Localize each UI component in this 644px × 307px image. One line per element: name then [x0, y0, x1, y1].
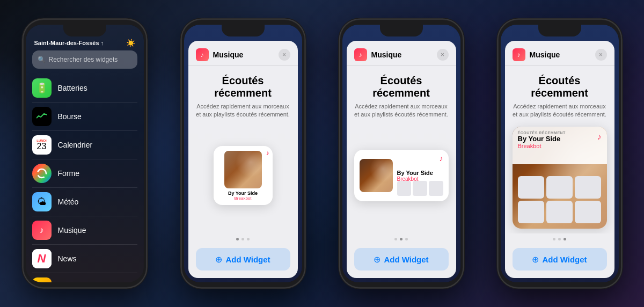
- list-item[interactable]: Bourse: [32, 103, 137, 131]
- widget-list: 🔋 Batteries Bourse LUNDI 23: [26, 74, 144, 282]
- grid-cell: [397, 181, 412, 196]
- widget-item-label: Bourse: [58, 112, 82, 121]
- weather-icon: ☀️: [126, 39, 135, 47]
- list-item[interactable]: 📝 Notes: [32, 273, 137, 282]
- grid-cell-large: [546, 201, 573, 223]
- music-widget-modal-small: ♪ Musique × Écoutés récemment Accédez ra…: [188, 41, 298, 278]
- widget-item-label: News: [58, 254, 77, 263]
- add-widget-button-3[interactable]: ⊕ Add Widget: [513, 248, 607, 271]
- dot-1: [394, 238, 397, 240]
- modal-header: ♪ Musique ×: [188, 41, 298, 66]
- list-item[interactable]: 🔋 Batteries: [32, 74, 137, 103]
- grid-cell: [413, 181, 427, 196]
- widget-preview-small: ♪ By Your Side Breakbot: [196, 127, 290, 225]
- list-item[interactable]: LUNDI 23 Calendrier: [32, 131, 137, 159]
- widget-preview-medium: By Your Side Breakbot ♪: [354, 127, 449, 225]
- music-note-icon-3: ♪: [597, 132, 602, 142]
- search-placeholder-text: Rechercher des widgets: [49, 56, 118, 63]
- modal-app-name: Musique: [213, 50, 279, 59]
- notch: [63, 25, 106, 36]
- search-bar[interactable]: 🔍 Rechercher des widgets: [32, 50, 137, 69]
- modal-app-name-2: Musique: [371, 50, 437, 59]
- music-widget-modal-medium: ♪ Musique × Écoutés récemment Accédez ra…: [347, 41, 456, 278]
- modal-subtitle-2: Accédez rapidement aux morceaux et aux p…: [354, 103, 449, 119]
- music-app-icon-2: ♪: [354, 48, 367, 61]
- track-info-medium: By Your Side Breakbot: [397, 170, 443, 182]
- modal-subtitle-3: Accédez rapidement aux morceaux et aux p…: [513, 103, 607, 119]
- status-bar: Saint-Maur-des-Fossés ↑ ☀️: [26, 39, 144, 47]
- add-icon-2: ⊕: [374, 254, 380, 265]
- dot-3: [564, 238, 566, 240]
- add-icon: ⊕: [215, 254, 222, 265]
- grid-cell-large: [518, 176, 544, 199]
- list-item[interactable]: Forme: [32, 159, 137, 188]
- notch-4: [538, 25, 581, 36]
- musique-icon: ♪: [32, 221, 52, 240]
- modal-app-name-3: Musique: [530, 50, 595, 59]
- dot-2: [241, 238, 244, 240]
- modal-body-3: Écoutés récemment Accédez rapidement aux…: [505, 66, 614, 233]
- phone-3-screen: ♪ Musique × Écoutés récemment Accédez ra…: [342, 25, 460, 282]
- meteo-icon: 🌤: [32, 192, 52, 211]
- modal-header-3: ♪ Musique ×: [505, 41, 614, 66]
- ecouts-label: ÉCOUTÉS RÉCEMMENT: [518, 131, 602, 135]
- music-widget-modal-large: ♪ Musique × Écoutés récemment Accédez ra…: [505, 41, 614, 278]
- artist-name-small: Breakbot: [234, 196, 251, 201]
- phone-4: ♪ Musique × Écoutés récemment Accédez ra…: [498, 19, 621, 288]
- search-icon: 🔍: [38, 56, 46, 63]
- medium-widget: By Your Side Breakbot ♪: [354, 150, 449, 201]
- widget-item-label: Calendrier: [58, 141, 93, 149]
- close-button-3[interactable]: ×: [595, 49, 607, 61]
- scene: Saint-Maur-des-Fossés ↑ ☀️ 🔍 Rechercher …: [0, 0, 644, 307]
- list-item[interactable]: 🌤 Météo: [32, 188, 137, 216]
- news-icon: N: [32, 249, 52, 268]
- dot-1: [236, 238, 239, 240]
- close-button-2[interactable]: ×: [437, 49, 449, 61]
- svg-point-0: [38, 169, 46, 178]
- music-note-icon: ♪: [266, 149, 269, 157]
- track-overlay-large: ÉCOUTÉS RÉCEMMENT By Your Side Breakbot: [513, 127, 607, 164]
- album-art-small: [224, 151, 262, 188]
- phone-3: ♪ Musique × Écoutés récemment Accédez ra…: [340, 19, 463, 288]
- widget-item-label: Météo: [58, 198, 79, 206]
- modal-title-3: Écoutés récemment: [513, 75, 607, 99]
- widget-item-label: Musique: [58, 226, 86, 235]
- grid-cell: [429, 181, 443, 196]
- grid-cell-large: [575, 201, 601, 223]
- modal-title-2: Écoutés récemment: [354, 75, 449, 99]
- list-item[interactable]: ♪ Musique: [32, 216, 137, 245]
- music-app-icon: ♪: [196, 48, 209, 61]
- add-widget-button[interactable]: ⊕ Add Widget: [196, 248, 290, 271]
- music-note-icon-2: ♪: [440, 154, 443, 163]
- phone-2-screen: ♪ Musique × Écoutés récemment Accédez ra…: [184, 25, 302, 282]
- modal-body-2: Écoutés récemment Accédez rapidement aux…: [347, 66, 456, 233]
- modal-subtitle: Accédez rapidement aux morceaux et aux p…: [196, 103, 290, 119]
- widget-item-label: Batteries: [58, 84, 87, 92]
- page-dots-3: [505, 233, 614, 245]
- add-widget-label-2: Add Widget: [384, 255, 428, 264]
- list-item[interactable]: N News: [32, 245, 137, 273]
- grid-cell-large: [518, 201, 544, 223]
- widget-item-label: Forme: [58, 169, 79, 178]
- close-button[interactable]: ×: [279, 49, 290, 61]
- widget-preview-large: ÉCOUTÉS RÉCEMMENT By Your Side Breakbot …: [513, 127, 607, 229]
- album-grid-medium: [397, 181, 443, 196]
- dot-2: [558, 238, 561, 240]
- notch-3: [380, 25, 423, 36]
- location-label: Saint-Maur-des-Fossés ↑: [34, 40, 104, 46]
- phone-2: ♪ Musique × Écoutés récemment Accédez ra…: [181, 19, 305, 288]
- artist-name-large: Breakbot: [518, 143, 602, 149]
- bourse-icon: [32, 107, 52, 126]
- album-art-medium: [360, 159, 393, 192]
- large-widget: ÉCOUTÉS RÉCEMMENT By Your Side Breakbot …: [513, 127, 607, 229]
- dot-3: [405, 238, 408, 240]
- notes-icon: 📝: [32, 277, 52, 282]
- add-widget-button-2[interactable]: ⊕ Add Widget: [354, 248, 449, 271]
- page-dots: [188, 233, 298, 245]
- track-name-small: By Your Side: [228, 191, 258, 196]
- batteries-icon: 🔋: [32, 78, 52, 98]
- add-widget-label: Add Widget: [225, 255, 270, 264]
- dot-3: [247, 238, 250, 240]
- forme-icon: [32, 164, 52, 183]
- page-dots-2: [347, 233, 456, 245]
